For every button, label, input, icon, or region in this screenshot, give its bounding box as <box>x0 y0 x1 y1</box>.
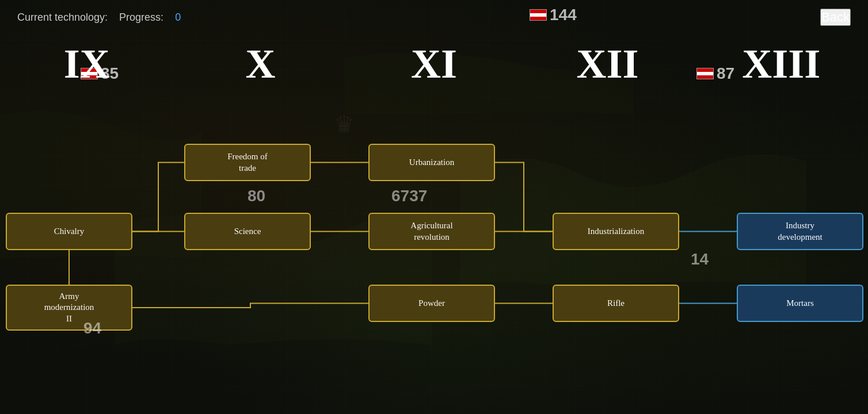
resource-number-35: 35 <box>101 64 119 83</box>
back-button[interactable]: Back <box>820 9 851 26</box>
tech-node-science[interactable]: Science <box>184 213 311 250</box>
tech-node-agricultural-revolution[interactable]: Agriculturalrevolution <box>368 213 495 250</box>
tech-tree: 80 6737 14 94 Chivalry Freedom oftrade S… <box>0 115 868 414</box>
progress-label: Progress: <box>119 12 163 24</box>
tech-node-powder[interactable]: Powder <box>368 285 495 322</box>
header: Current technology: Progress: 0 Back <box>0 0 868 34</box>
current-tech-label: Current technology: <box>17 12 108 24</box>
float-number-94: 94 <box>83 319 101 338</box>
tech-node-chivalry[interactable]: Chivalry <box>6 213 132 250</box>
flag-icon-3 <box>696 68 714 79</box>
tech-node-army-modernization[interactable]: ArmymodernizationII <box>6 285 132 331</box>
resource-number-87: 87 <box>717 64 734 83</box>
tech-node-industrialization[interactable]: Industrialization <box>553 213 679 250</box>
header-left: Current technology: Progress: 0 <box>17 12 181 24</box>
float-number-80: 80 <box>248 187 265 205</box>
resource-badge-87: 87 <box>696 64 734 83</box>
tech-node-freedom-of-trade[interactable]: Freedom oftrade <box>184 144 311 181</box>
tech-node-urbanization[interactable]: Urbanization <box>368 144 495 181</box>
flag-icon-2 <box>81 68 98 79</box>
tech-node-rifle[interactable]: Rifle <box>553 285 679 322</box>
tech-node-industry-development[interactable]: Industrydevelopment <box>737 213 863 250</box>
resource-badge-35: 35 <box>81 64 119 83</box>
tech-node-mortars[interactable]: Mortars <box>737 285 863 322</box>
float-number-14: 14 <box>691 250 709 269</box>
float-number-6737: 6737 <box>391 187 427 205</box>
progress-value: 0 <box>175 12 181 24</box>
